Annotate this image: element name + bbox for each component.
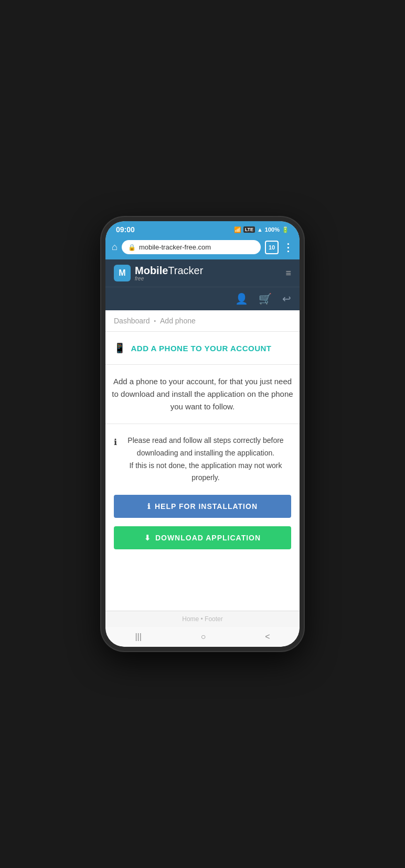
breadcrumb-separator: • <box>154 318 156 324</box>
logo-letter: M <box>119 268 125 278</box>
logo-bold: Mobile <box>135 265 168 276</box>
content-area: Dashboard • Add phone 📱 ADD A PHONE TO Y… <box>105 310 300 611</box>
info-icon: ℹ <box>114 435 117 449</box>
warning-row: ℹ Please read and follow all steps corre… <box>114 435 291 484</box>
android-menu-button[interactable]: ||| <box>135 632 141 642</box>
battery-icon: 🔋 <box>282 226 289 233</box>
logo-text-wrap: MobileTracker free <box>135 265 203 281</box>
phone-inner: 09:00 📶 LTE ▲ 100% 🔋 ⌂ 🔒 mobile-tracker-… <box>105 221 300 647</box>
help-button-label: HELP FOR INSTALLATION <box>155 502 258 511</box>
download-button-icon: ⬇ <box>144 534 151 542</box>
url-text: mobile-tracker-free.com <box>139 243 254 251</box>
page-title-section: 📱 ADD A PHONE TO YOUR ACCOUNT <box>105 332 300 365</box>
hamburger-icon[interactable]: ≡ <box>285 268 291 279</box>
phone-icon: 📱 <box>114 342 126 354</box>
logo-text: MobileTracker <box>135 265 203 277</box>
basket-icon[interactable]: 🛒 <box>259 292 272 305</box>
browser-url-bar[interactable]: 🔒 mobile-tracker-free.com <box>122 240 261 254</box>
warning-text: ℹ Please read and follow all steps corre… <box>114 435 291 484</box>
android-home-button[interactable]: ○ <box>201 632 206 642</box>
lock-icon: 🔒 <box>128 244 136 251</box>
help-button-icon: ℹ <box>147 502 151 511</box>
page-title-text: ADD A PHONE TO YOUR ACCOUNT <box>131 344 272 353</box>
signal-icon: ▲ <box>257 226 263 233</box>
app-header: M MobileTracker free ≡ <box>105 259 300 287</box>
status-icons: 📶 LTE ▲ 100% 🔋 <box>234 226 289 233</box>
android-nav: ||| ○ < <box>105 627 300 647</box>
logo-normal: Tracker <box>168 265 203 276</box>
warning-text-content: Please read and follow all steps correct… <box>120 435 291 484</box>
logo-area: M MobileTracker free <box>114 265 203 281</box>
breadcrumb-dashboard[interactable]: Dashboard <box>114 317 150 325</box>
footer-hint: Home • Footer <box>105 611 300 627</box>
page-title: 📱 ADD A PHONE TO YOUR ACCOUNT <box>114 342 291 354</box>
user-icon[interactable]: 👤 <box>235 292 248 305</box>
android-back-button[interactable]: < <box>265 632 270 642</box>
phone-frame: 09:00 📶 LTE ▲ 100% 🔋 ⌂ 🔒 mobile-tracker-… <box>101 217 304 651</box>
sub-header: 👤 🛒 ↩ <box>105 287 300 310</box>
breadcrumb: Dashboard • Add phone <box>105 310 300 332</box>
browser-home-button[interactable]: ⌂ <box>112 242 118 253</box>
logout-icon[interactable]: ↩ <box>282 292 291 305</box>
help-installation-button[interactable]: ℹ HELP FOR INSTALLATION <box>114 495 291 518</box>
status-time: 09:00 <box>116 225 135 234</box>
download-application-button[interactable]: ⬇ DOWNLOAD APPLICATION <box>114 526 291 549</box>
logo-icon: M <box>114 265 131 281</box>
lte-badge: LTE <box>243 226 255 233</box>
footer-hint-text: Home • Footer <box>182 615 223 623</box>
battery-text: 100% <box>265 226 280 233</box>
browser-bar: ⌂ 🔒 mobile-tracker-free.com 10 ⋮ <box>105 237 300 259</box>
warning-section: ℹ Please read and follow all steps corre… <box>105 424 300 560</box>
wifi-icon: 📶 <box>234 226 241 233</box>
browser-menu-button[interactable]: ⋮ <box>283 241 293 254</box>
logo-subtext: free <box>135 276 203 281</box>
status-bar: 09:00 📶 LTE ▲ 100% 🔋 <box>105 221 300 237</box>
download-button-label: DOWNLOAD APPLICATION <box>155 534 261 542</box>
tab-count[interactable]: 10 <box>265 241 279 254</box>
description-text: Add a phone to your account, for that yo… <box>105 365 300 424</box>
breadcrumb-addphone[interactable]: Add phone <box>160 317 196 325</box>
